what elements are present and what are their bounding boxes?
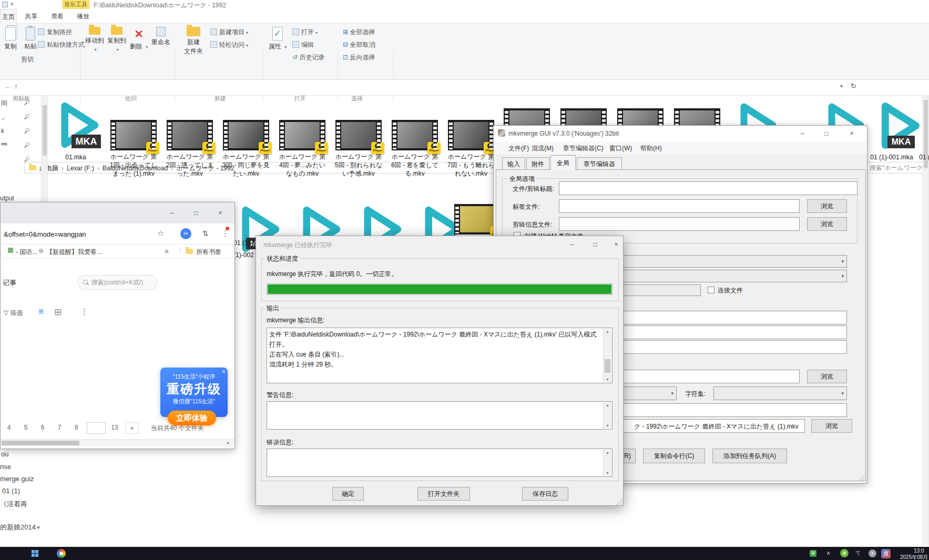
- music-tools-context-tab[interactable]: 音乐工具: [62, 0, 89, 9]
- more-options-icon[interactable]: ⋮: [80, 307, 88, 317]
- delete-button[interactable]: × 删除: [128, 27, 149, 51]
- nav-scrollbar[interactable]: [41, 96, 48, 202]
- select-none-button[interactable]: ⊟ 全部取消: [343, 40, 375, 49]
- list-view-icon[interactable]: ≡: [38, 307, 44, 317]
- page-number-last[interactable]: 13: [109, 424, 120, 431]
- move-to-button[interactable]: 移动到: [84, 27, 105, 53]
- video-thumbnail[interactable]: ▶Player: [110, 120, 157, 150]
- output-scrollbar[interactable]: ▴ ▾: [603, 329, 611, 382]
- segmentinfo-browse-button[interactable]: 浏览: [807, 217, 847, 231]
- page-number[interactable]: 6: [38, 424, 47, 431]
- video-thumbnail[interactable]: ▶Player: [392, 120, 438, 150]
- copy-command-line-button[interactable]: 复制命令行(C): [643, 449, 705, 463]
- filter-button[interactable]: ▽ 筛选: [4, 309, 23, 318]
- errors-scrollbar[interactable]: ▴ ▾: [603, 450, 611, 476]
- copy-button[interactable]: 复制: [0, 27, 21, 51]
- horizontal-scrollbar[interactable]: ▸: [1, 439, 234, 446]
- page-jump-input[interactable]: [87, 422, 106, 434]
- file-label[interactable]: 01 (1)-001.mka: [864, 154, 919, 161]
- dialog-maximize-button[interactable]: □: [587, 240, 603, 249]
- select-all-button[interactable]: ⊞ 全部选择: [343, 28, 375, 37]
- tab-global[interactable]: 全局: [550, 155, 576, 170]
- edit-button[interactable]: 编辑: [292, 40, 314, 49]
- file-list-fragment[interactable]: 《活着再: [0, 500, 27, 509]
- rename-button[interactable]: 重命名: [150, 27, 171, 47]
- file-label[interactable]: ホームワーク 第3回 - 同じ夢を見たい.mkv: [218, 152, 274, 178]
- page-number[interactable]: 8: [72, 424, 80, 431]
- disconnected-tray-icon[interactable]: ×: [869, 549, 876, 557]
- new-folder-button[interactable]: 新建文件夹: [181, 27, 206, 56]
- dialog-close-button[interactable]: ×: [609, 240, 623, 249]
- page-number[interactable]: 4: [5, 424, 13, 431]
- all-bookmarks-button[interactable]: 所有书签: [196, 248, 221, 257]
- cut-button[interactable]: 剪切: [21, 55, 34, 64]
- nav-item-fragment[interactable]: utput: [0, 195, 14, 202]
- add-to-job-queue-button[interactable]: 添加到任务队列(A): [712, 449, 787, 463]
- quick-access-icon[interactable]: [2, 2, 8, 7]
- save-log-button[interactable]: 保存日志: [522, 487, 568, 501]
- refresh-icon[interactable]: ↻: [851, 82, 856, 90]
- file-list-fragment[interactable]: 01 (1): [2, 487, 20, 495]
- easy-access-button[interactable]: 轻松访问: [210, 40, 248, 49]
- charset-combobox[interactable]: [713, 386, 847, 400]
- file-label[interactable]: ホームワーク 第7回 - もう離れられない.mkv: [443, 152, 499, 178]
- scroll-right-icon[interactable]: ▸: [227, 440, 230, 445]
- file-label[interactable]: ホームワーク 第1回 - 出会ってしまった (1).mkv: [105, 152, 162, 178]
- sort-arrows-icon[interactable]: ⇅: [202, 229, 209, 238]
- tab-play[interactable]: 播放: [70, 9, 96, 24]
- resize-grip[interactable]: [857, 474, 865, 481]
- quick-access-chevron-icon[interactable]: ▾: [11, 1, 13, 7]
- bookmark-item[interactable]: - 国语...: [16, 248, 37, 257]
- file-label[interactable]: ホームワーク 第2回 - 誘ってしまった.mkv: [161, 152, 218, 178]
- segmentinfo-input[interactable]: [559, 217, 800, 231]
- open-folder-button[interactable]: 打开文件夹: [417, 487, 470, 501]
- ok-button[interactable]: 确定: [332, 487, 364, 501]
- tag-browse-button[interactable]: 浏览: [807, 199, 847, 213]
- file-label[interactable]: ホームワーク 第6回 - 君を愛してる.mkv: [386, 152, 443, 178]
- back-icon[interactable]: ←: [4, 82, 12, 90]
- nav-item-fragment[interactable]: 间: [1, 99, 7, 108]
- address-dropdown-icon[interactable]: ▾: [840, 83, 843, 89]
- open-button[interactable]: 打开: [292, 28, 318, 37]
- antivirus-tray-icon[interactable]: +: [840, 549, 849, 557]
- file-label[interactable]: 01 (1)-0: [233, 239, 256, 247]
- ad-banner[interactable]: "115生活"小程序 重磅升级 微信搜"115生活" ×: [160, 368, 228, 417]
- errors-textarea[interactable]: ▴ ▾: [267, 449, 612, 477]
- tab-attachments[interactable]: 附件: [526, 157, 549, 170]
- new-item-button[interactable]: 新建项目: [210, 28, 248, 37]
- page-number[interactable]: 5: [22, 424, 30, 431]
- video-thumbnail[interactable]: ▶Player: [223, 120, 269, 150]
- grid-view-icon[interactable]: ⊞: [54, 307, 62, 318]
- video-thumbnail[interactable]: ▶Player: [335, 120, 382, 150]
- url-text[interactable]: &offset=0&mode=wangpan: [4, 230, 86, 238]
- file-list-fragment[interactable]: nse: [0, 463, 11, 471]
- breadcrumb-drive[interactable]: Lexar (F:): [67, 165, 94, 172]
- file-title-input[interactable]: [559, 181, 857, 195]
- tray-expand-icon[interactable]: ∧: [826, 550, 830, 556]
- content-scrollbar[interactable]: [922, 96, 929, 546]
- video-thumbnail[interactable]: ▶Player: [167, 120, 213, 150]
- file-label[interactable]: 01 (1: [919, 154, 929, 161]
- menu-help[interactable]: 帮助(H): [640, 144, 662, 153]
- nav-item-fragment[interactable]: 罒: [1, 141, 7, 150]
- browser-minimize-button[interactable]: –: [167, 208, 177, 218]
- page-search-input[interactable]: 搜索(control+K或/): [77, 275, 157, 290]
- link-files-checkbox[interactable]: [708, 287, 714, 293]
- tab-share[interactable]: 共享: [19, 9, 43, 24]
- history-button[interactable]: ↺ 历史记录: [292, 53, 324, 62]
- start-button[interactable]: [32, 550, 39, 557]
- file-list-fragment[interactable]: merge guiz: [0, 475, 34, 483]
- invert-selection-button[interactable]: ⊡ 反向选择: [343, 53, 375, 62]
- wifi-icon[interactable]: [855, 551, 862, 556]
- browser-maximize-button[interactable]: □: [191, 208, 201, 218]
- nav-item-fragment[interactable]: 」: [1, 113, 7, 122]
- menu-window[interactable]: 窗口(W): [609, 144, 632, 153]
- extension-icon[interactable]: ✂: [180, 228, 191, 239]
- file-list-fragment[interactable]: ou: [1, 450, 8, 458]
- file-label[interactable]: 01.mka: [48, 154, 103, 161]
- up-icon[interactable]: ↑: [14, 82, 18, 90]
- paste-shortcut-button[interactable]: 粘贴快捷方式: [38, 40, 85, 49]
- page-number[interactable]: 7: [55, 424, 64, 431]
- properties-button[interactable]: ✓ 属性: [267, 27, 288, 51]
- mkvmerge-minimize-button[interactable]: –: [794, 129, 810, 138]
